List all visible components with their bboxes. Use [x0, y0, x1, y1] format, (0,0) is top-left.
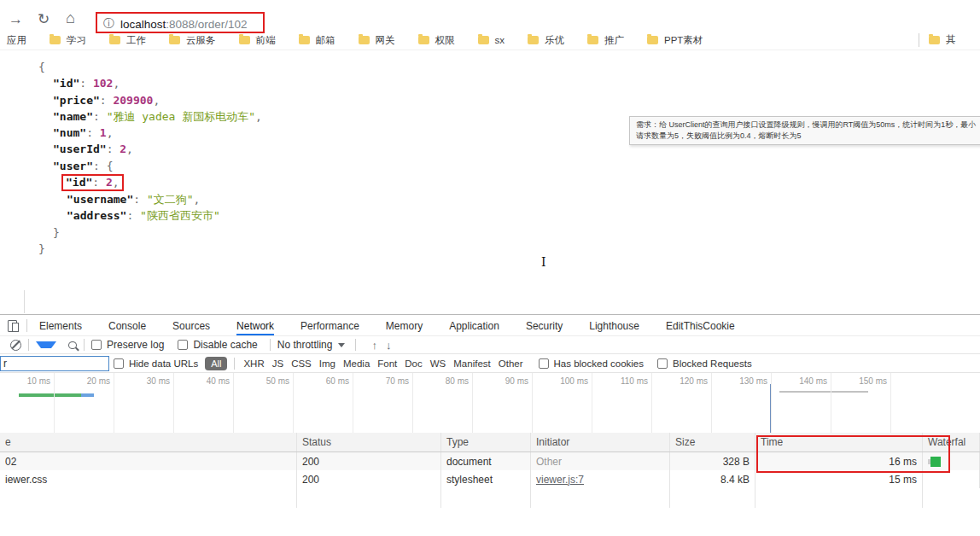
search-icon[interactable] [68, 341, 77, 349]
devtools-tab-editthiscookie[interactable]: EditThisCookie [666, 316, 735, 335]
json-line: "username": "文二狗", [0, 191, 262, 207]
filter-icon[interactable] [36, 341, 56, 353]
json-line: "userId": 2, [0, 141, 262, 157]
json-token: } [53, 226, 60, 239]
json-line: "address": "陕西省西安市" [0, 207, 262, 224]
throttling-select[interactable]: No throttling [277, 339, 333, 351]
devtools-tab-elements[interactable]: Elements [39, 316, 82, 335]
cell-size[interactable]: 328 B [670, 452, 755, 470]
bookmark-item[interactable]: 推广 [587, 34, 624, 47]
cell-type[interactable]: stylesheet [441, 470, 531, 488]
cell-initiator[interactable]: viewer.js:7 [531, 470, 670, 488]
bookmark-item[interactable]: PPT素材 [647, 34, 703, 47]
devtools-tab-console[interactable]: Console [108, 316, 146, 335]
cell-name[interactable]: 02 [0, 452, 297, 470]
ruler-gridline [233, 373, 234, 433]
refresh-button[interactable]: ↻ [38, 11, 50, 28]
bookmark-item[interactable]: 工作 [109, 34, 146, 47]
has-blocked-cookies-checkbox[interactable] [539, 358, 549, 369]
column-header-e[interactable]: e [0, 433, 297, 452]
column-header-type[interactable]: Type [441, 433, 531, 452]
blocked-requests-checkbox[interactable] [657, 358, 668, 369]
folder-icon [587, 36, 598, 44]
json-token: : [93, 160, 107, 172]
preserve-log-label[interactable]: Preserve log [107, 339, 164, 351]
devtools-tab-lighthouse[interactable]: Lighthouse [589, 316, 639, 335]
text-cursor: I [541, 255, 546, 269]
table-row[interactable]: iewer.css200stylesheetviewer.js:78.4 kB1… [0, 470, 980, 488]
bookmark-label: 网关 [376, 34, 395, 47]
home-button[interactable]: ⌂ [66, 9, 75, 26]
hide-data-urls-label[interactable]: Hide data URLs [129, 358, 198, 369]
disable-cache-checkbox[interactable] [178, 340, 188, 350]
hide-data-urls-checkbox[interactable] [114, 358, 124, 369]
has-blocked-cookies-label[interactable]: Has blocked cookies [554, 358, 644, 369]
disable-cache-label[interactable]: Disable cache [193, 339, 257, 351]
cell-type[interactable]: document [441, 452, 531, 470]
time-column-annotation-redbox [756, 435, 950, 473]
devtools-tab-application[interactable]: Application [449, 316, 499, 335]
preserve-log-checkbox[interactable] [91, 340, 102, 350]
network-toolbar: Preserve log Disable cache No throttling… [0, 336, 980, 354]
cell-waterfall[interactable] [923, 470, 980, 488]
column-header-initiator[interactable]: Initiator [531, 433, 670, 452]
forward-button[interactable]: → [9, 11, 23, 28]
json-token: "username" [67, 193, 133, 206]
json-token: , [126, 143, 133, 155]
filter-type-ws[interactable]: WS [430, 358, 446, 369]
bookmark-apps[interactable]: 应用 [7, 34, 26, 47]
bookmark-item[interactable]: 乐优 [528, 34, 564, 47]
devtools-tab-performance[interactable]: Performance [300, 316, 359, 335]
cell-status[interactable]: 200 [297, 470, 441, 488]
cell-initiator[interactable]: Other [531, 452, 670, 470]
ruler-tick-label: 20 ms [69, 376, 110, 386]
initiator-link[interactable]: viewer.js:7 [536, 474, 584, 486]
devtools-tab-security[interactable]: Security [526, 316, 563, 335]
blocked-requests-label[interactable]: Blocked Requests [673, 358, 752, 369]
bookmark-item[interactable]: 前端 [239, 34, 276, 47]
filter-type-xhr[interactable]: XHR [243, 358, 264, 369]
filter-type-font[interactable]: Font [377, 358, 397, 369]
ruler-tick-label: 70 ms [368, 376, 409, 386]
filter-type-media[interactable]: Media [343, 358, 370, 369]
filter-type-css[interactable]: CSS [291, 358, 312, 369]
bookmark-item[interactable]: 学习 [50, 34, 86, 47]
filter-type-doc[interactable]: Doc [405, 358, 422, 369]
filter-type-manifest[interactable]: Manifest [453, 358, 490, 369]
import-har-icon[interactable]: ↑ [371, 339, 377, 352]
devtools-tab-network[interactable]: Network [236, 316, 274, 335]
bookmark-item[interactable]: 邮箱 [299, 34, 335, 47]
cell-time[interactable]: 15 ms [755, 470, 923, 488]
column-header-status[interactable]: Status [297, 433, 441, 452]
column-divider [755, 487, 755, 508]
ruler-tick-label: 10 ms [9, 376, 50, 386]
json-line: "id": 2, [0, 174, 262, 191]
filter-type-other[interactable]: Other [499, 358, 523, 369]
bookmark-label: 权限 [435, 34, 455, 47]
filter-type-img[interactable]: Img [319, 358, 335, 369]
filter-pill-all[interactable]: All [205, 357, 227, 370]
devtools-tab-memory[interactable]: Memory [386, 316, 423, 335]
bookmark-item[interactable]: 权限 [418, 34, 455, 47]
filter-divider [234, 358, 235, 370]
bookmark-label: PPT素材 [664, 34, 703, 47]
other-bookmarks[interactable]: 其 [929, 33, 956, 46]
bookmark-label: 推广 [604, 34, 624, 47]
bookmark-item[interactable]: sx [478, 34, 505, 47]
chevron-down-icon[interactable] [338, 343, 345, 351]
filter-input[interactable] [0, 356, 109, 371]
device-toolbar-icon[interactable] [8, 320, 17, 332]
bookmark-item[interactable]: 网关 [359, 34, 395, 47]
export-har-icon[interactable]: ↓ [386, 339, 392, 352]
devtools-tab-sources[interactable]: Sources [172, 316, 210, 335]
cell-size[interactable]: 8.4 kB [670, 470, 755, 488]
clear-icon[interactable] [10, 340, 21, 351]
requests-table: eStatusTypeInitiatorSizeTimeWaterfal 022… [0, 433, 980, 536]
filter-type-js[interactable]: JS [272, 358, 283, 369]
bookmark-label: 学习 [67, 34, 86, 47]
bookmark-item[interactable]: 云服务 [169, 34, 216, 47]
column-header-size[interactable]: Size [670, 433, 755, 452]
cell-name[interactable]: iewer.css [0, 470, 297, 488]
cell-status[interactable]: 200 [297, 452, 441, 470]
network-overview[interactable]: 10 ms20 ms30 ms40 ms50 ms60 ms70 ms80 ms… [0, 373, 980, 434]
